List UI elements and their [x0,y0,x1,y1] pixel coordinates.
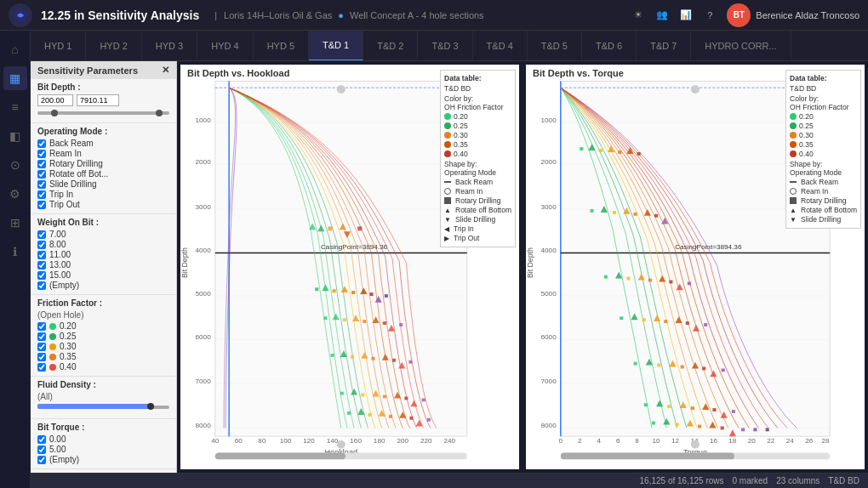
chart2-legend-datatable-label: Data table: [790,74,857,82]
chart2-color-025: 0.25 [790,122,857,130]
tab-tnd5[interactable]: T&D 5 [528,31,582,61]
bt-000[interactable]: 0.00 [37,434,169,444]
svg-text:60: 60 [235,437,243,445]
svg-rect-59 [331,354,334,357]
svg-text:18: 18 [728,437,737,445]
chart2-legend: Data table: T&D BD Color by: OH Friction… [785,70,861,229]
sidebar-data-icon[interactable]: ≡ [3,95,27,119]
sidebar-filter-icon[interactable]: ⊞ [3,211,27,235]
tab-tnd1[interactable]: T&D 1 [309,31,363,61]
bit-depth-max[interactable] [77,94,119,106]
chart1-legend-datatable: T&D BD [444,84,511,93]
svg-rect-56 [383,321,386,325]
op-mode-trip-out[interactable]: Trip Out [37,200,169,209]
svg-text:5000: 5000 [541,290,557,298]
ff-035[interactable]: 0.35 [37,352,169,361]
svg-text:3000: 3000 [196,203,212,211]
wob-13[interactable]: 13.00 [37,260,169,270]
path-info: Loris 14H–Loris Oil & Gas ● Well Concept… [224,10,484,20]
chart1-shape-tripout: ▶ Trip Out [444,234,511,242]
svg-rect-72 [383,395,386,399]
svg-text:26: 26 [805,437,814,445]
svg-text:12: 12 [671,437,680,445]
svg-rect-135 [637,152,641,156]
bit-depth-min[interactable] [37,94,73,106]
bit-depth-slider[interactable] [37,109,169,116]
chart1-shape-rotary: Rotary Drilling [444,196,511,205]
svg-rect-61 [351,355,354,359]
svg-text:8000: 8000 [196,423,212,430]
op-mode-trip-in[interactable]: Trip In [37,190,169,199]
sidebar-home-icon[interactable]: ⌂ [3,37,27,61]
chart-icon[interactable]: 📊 [676,5,696,26]
chart1-shape-reamin: Ream In [444,187,511,196]
fluid-density-slider[interactable] [37,403,169,411]
chart2-shape-reamin: Ream In [790,187,857,196]
tab-hyd2[interactable]: HYD 2 [86,31,141,61]
wob-empty[interactable]: (Empty) [37,281,169,290]
tab-hyd3[interactable]: HYD 3 [142,31,197,61]
bt-500[interactable]: 5.00 [37,445,169,454]
svg-text:3000: 3000 [541,203,557,211]
op-mode-rotary[interactable]: Rotary Drilling [37,159,169,168]
tab-tnd2[interactable]: T&D 2 [363,31,418,61]
svg-text:220: 220 [420,437,432,445]
sidebar-chart-icon[interactable]: ▦ [3,66,27,90]
tab-tnd6[interactable]: T&D 6 [582,31,637,61]
tab-hyd4[interactable]: HYD 4 [197,31,253,61]
chart2-color-040: 0.40 [790,150,857,158]
tab-hyd5[interactable]: HYD 5 [254,31,309,61]
sidebar-layers-icon[interactable]: ◧ [3,124,27,148]
svg-text:120: 120 [303,437,315,445]
svg-rect-81 [389,415,392,418]
svg-text:80: 80 [258,437,266,445]
op-mode-back-ream[interactable]: Back Ream [37,139,169,148]
panel-close-icon[interactable]: ✕ [162,65,169,76]
svg-text:240: 240 [444,437,456,445]
sidebar-well-icon[interactable]: ⊙ [3,153,27,177]
help-icon[interactable]: ? [700,5,720,26]
ff-020[interactable]: 0.20 [37,321,169,331]
svg-rect-161 [704,323,707,326]
chart2-shape-rotary: Rotary Drilling [790,196,857,205]
sidebar-info-icon[interactable]: ℹ [3,240,27,264]
svg-rect-171 [644,403,648,406]
left-sidebar: ⌂ ▦ ≡ ◧ ⊙ ⚙ ⊞ ℹ [0,31,31,488]
svg-text:24: 24 [786,437,795,445]
tab-hyd1[interactable]: HYD 1 [31,31,86,61]
bt-empty[interactable]: (Empty) [37,455,169,464]
svg-rect-157 [664,320,667,323]
sidebar-settings-icon[interactable]: ⚙ [3,182,27,206]
fluid-density-section: Fluid Density : (All) [31,377,176,419]
svg-rect-63 [372,357,375,360]
svg-text:6000: 6000 [541,334,557,342]
wob-label: Weight On Bit : [37,218,169,227]
op-mode-slide[interactable]: Slide Drilling [37,179,169,189]
tab-tnd3[interactable]: T&D 3 [418,31,472,61]
svg-text:7000: 7000 [196,377,212,385]
tab-tnd4[interactable]: T&D 4 [473,31,528,61]
ff-030[interactable]: 0.30 [37,342,169,351]
chart1-shape-tripin: ◀ Trip In [444,224,511,233]
users-icon[interactable]: 👥 [652,5,672,26]
wob-11[interactable]: 11.00 [37,250,169,259]
bit-torque-label: Bit Torque : [37,423,169,432]
svg-rect-175 [691,406,694,410]
tab-tnd7[interactable]: T&D 7 [637,31,691,61]
settings-icon[interactable]: ☀ [628,5,648,26]
ff-025[interactable]: 0.25 [37,332,169,341]
svg-rect-182 [676,423,679,427]
ff-040[interactable]: 0.40 [37,362,169,372]
op-mode-rotate-off[interactable]: Rotate off Bot... [37,169,169,179]
tab-hydrocorr[interactable]: HYDRO CORR... [691,31,791,61]
wob-7[interactable]: 7.00 [37,230,169,239]
chart2-color-035: 0.35 [790,140,857,149]
chart1-legend-colorlabel: OH Friction Factor [444,103,511,111]
svg-rect-189 [753,428,757,431]
chart1-color-035: 0.35 [444,140,511,149]
wob-8[interactable]: 8.00 [37,240,169,249]
wob-15[interactable]: 15.00 [37,270,169,280]
svg-rect-177 [712,408,716,411]
svg-text:16: 16 [710,437,718,445]
op-mode-ream-in[interactable]: Ream In [37,149,169,158]
